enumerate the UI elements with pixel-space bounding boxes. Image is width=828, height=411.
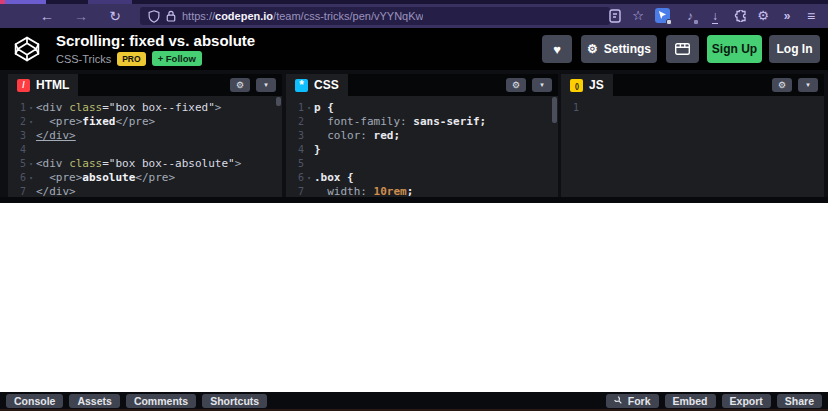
code-line[interactable]: 7 width: 10rem; [286,185,558,197]
assets-button[interactable]: Assets [69,394,119,408]
log-in-button[interactable]: Log In [769,35,820,63]
js-editor-collapse-button[interactable]: ▾ [798,78,818,92]
code-text: <div class="box box--fixed"> [36,101,221,115]
html-editor-scrollbar[interactable] [276,97,281,106]
share-button[interactable]: Share [777,394,822,408]
tracking-shield-icon[interactable] [148,10,160,23]
code-line[interactable]: 6▾.box { [286,171,558,185]
export-button[interactable]: Export [722,394,771,408]
url-bar[interactable]: https://codepen.io/team/css-tricks/pen/v… [140,7,610,25]
js-editor-panel: () JS ⚙ ▾ 1 [561,74,824,197]
browser-toolbar: ← → ↻ https://codepen.io/team/css-tricks… [0,4,828,28]
preview-pane: fringilla mollis, ipsum risus rutrum ves… [0,203,828,392]
fold-marker-icon[interactable]: ▾ [304,171,314,185]
shortcuts-button[interactable]: Shortcuts [202,394,267,408]
url-path: /team/css-tricks/pen/vYYNqKw [273,10,423,22]
line-number: 5 [286,157,304,171]
code-line[interactable]: 7</div> [8,185,282,197]
css-icon: * [295,79,308,92]
follow-button[interactable]: + Follow [152,51,202,66]
fold-gutter [304,115,314,129]
fork-button[interactable]: Fork [606,394,659,408]
line-number: 3 [8,129,26,143]
line-number: 7 [8,185,26,197]
code-line[interactable]: 1▾p { [286,101,558,115]
fold-gutter [26,143,36,157]
css-editor-settings-button[interactable]: ⚙ [506,78,526,92]
code-line[interactable]: 4 [8,143,282,157]
embed-button[interactable]: Embed [665,394,716,408]
code-text: p { [314,101,334,115]
extension-badge [666,19,672,25]
change-view-button[interactable] [666,35,699,63]
codepen-header: Scrolling: fixed vs. absolute CSS-Tricks… [0,28,828,70]
layout-grid-icon [675,43,690,55]
js-editor-settings-button[interactable]: ⚙ [772,78,792,92]
html-editor-settings-button[interactable]: ⚙ [230,78,250,92]
css-editor-scrollbar[interactable] [552,97,557,123]
love-button[interactable]: ♥ [542,35,572,63]
line-number: 3 [286,129,304,143]
tab-css[interactable]: * CSS [286,74,348,96]
fold-marker-icon[interactable]: ▾ [26,101,36,115]
code-line[interactable]: 6▾ <pre>absolute</pre> [8,171,282,185]
settings-button[interactable]: ⚙ Settings [581,35,657,63]
fold-marker-icon[interactable]: ▾ [26,157,36,171]
code-line[interactable]: 1 [561,101,824,115]
html-editor-panel: / HTML ⚙ ▾ 1▾<div class="box box--fixed"… [8,74,282,197]
settings-gear-icon[interactable]: ⚙ [753,6,773,26]
extension-badge [693,19,699,25]
fold-marker-icon[interactable]: ▾ [304,101,314,115]
extension-note-icon[interactable]: ♪ [680,6,700,26]
line-number: 6 [286,171,304,185]
code-text: .box { [314,171,354,185]
codepen-logo-icon[interactable] [13,35,41,63]
code-line[interactable]: 1▾<div class="box box--fixed"> [8,101,282,115]
gear-icon: ⚙ [587,42,598,56]
code-line[interactable]: 5 [286,157,558,171]
code-text: } [314,143,321,157]
menu-hamburger-icon[interactable]: ≡ [801,6,821,26]
code-text: width: 10rem; [314,185,413,197]
line-number: 4 [8,143,26,157]
code-text: <div class="box box--absolute"> [36,157,241,171]
code-line[interactable]: 3</div> [8,129,282,143]
comments-button[interactable]: Comments [126,394,196,408]
console-button[interactable]: Console [6,394,63,408]
reader-view-icon[interactable] [605,6,625,26]
code-line[interactable]: 3 color: red; [286,129,558,143]
line-number: 4 [286,143,304,157]
fold-gutter [26,129,36,143]
bookmark-star-icon[interactable]: ☆ [628,6,648,26]
download-icon[interactable]: ↓ [705,6,725,26]
reload-icon[interactable]: ↻ [104,6,126,26]
back-icon[interactable]: ← [36,6,58,26]
extension-blue-icon[interactable] [655,8,670,23]
js-code-area[interactable]: 1 [561,96,824,197]
overflow-chevrons-icon[interactable]: » [777,6,797,26]
pen-author-link[interactable]: CSS-Tricks [56,53,111,65]
css-code-area[interactable]: 1▾p {2 font-family: sans-serif;3 color: … [286,96,558,197]
sign-up-button[interactable]: Sign Up [707,35,762,63]
fold-marker-icon[interactable]: ▾ [26,171,36,185]
code-line[interactable]: 2▾ <pre>fixed</pre> [8,115,282,129]
fold-marker-icon[interactable]: ▾ [26,115,36,129]
code-line[interactable]: 4} [286,143,558,157]
tab-js[interactable]: () JS [561,74,613,96]
code-line[interactable]: 2 font-family: sans-serif; [286,115,558,129]
url-domain: codepen.io [215,10,273,22]
code-line[interactable]: 5▾<div class="box box--absolute"> [8,157,282,171]
code-text: </div> [36,185,76,197]
line-number: 2 [8,115,26,129]
html-editor-collapse-button[interactable]: ▾ [256,78,276,92]
extensions-puzzle-icon[interactable] [729,6,749,26]
forward-icon[interactable]: → [70,6,92,26]
line-number: 1 [561,101,579,115]
html-icon: / [17,79,30,92]
html-code-area[interactable]: 1▾<div class="box box--fixed">2▾ <pre>fi… [8,96,282,197]
editor-area: / HTML ⚙ ▾ 1▾<div class="box box--fixed"… [0,70,828,197]
css-editor-collapse-button[interactable]: ▾ [532,78,552,92]
lock-icon[interactable] [166,10,176,22]
tab-html[interactable]: / HTML [8,74,78,96]
fork-icon [612,394,626,408]
